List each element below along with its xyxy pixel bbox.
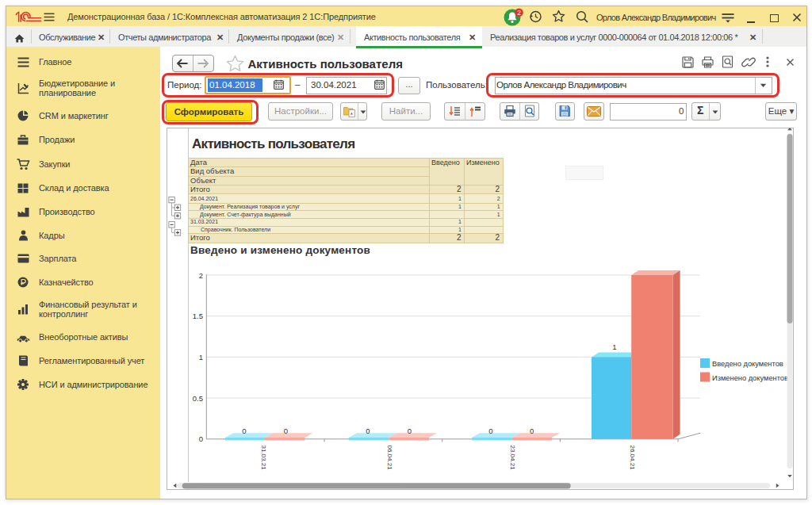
svg-text:0: 0 bbox=[366, 427, 370, 435]
svg-text:23.04.21: 23.04.21 bbox=[509, 446, 516, 471]
svg-text:1.5: 1.5 bbox=[193, 312, 203, 320]
svg-text:26.04.21: 26.04.21 bbox=[629, 446, 636, 471]
svg-text:0: 0 bbox=[530, 427, 534, 435]
svg-text:06.04.21: 06.04.21 bbox=[386, 446, 393, 471]
svg-text:1: 1 bbox=[199, 353, 203, 362]
svg-text:0.5: 0.5 bbox=[193, 394, 203, 403]
svg-text:0: 0 bbox=[408, 427, 412, 435]
svg-text:0: 0 bbox=[242, 427, 246, 435]
svg-text:2: 2 bbox=[199, 271, 203, 280]
svg-text:Изменено документов: Изменено документов bbox=[712, 374, 788, 382]
svg-text:1: 1 bbox=[612, 342, 616, 351]
svg-text:Введено документов: Введено документов bbox=[712, 360, 783, 368]
svg-text:0: 0 bbox=[488, 427, 492, 435]
svg-text:31.03.21: 31.03.21 bbox=[260, 446, 267, 471]
svg-text:0: 0 bbox=[284, 427, 288, 435]
svg-text:0: 0 bbox=[199, 434, 203, 443]
